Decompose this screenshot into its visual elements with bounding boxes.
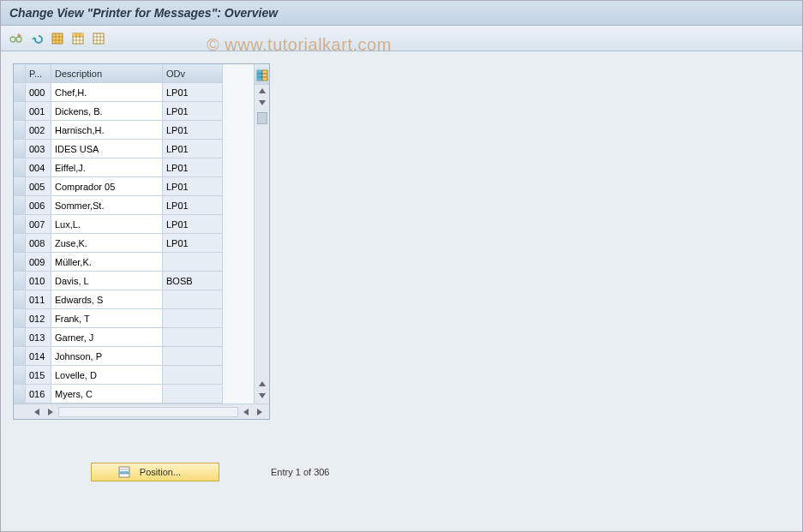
cell-description[interactable]: Zuse,K.	[51, 234, 163, 253]
row-selector[interactable]	[14, 290, 26, 309]
cell-description[interactable]: Edwards, S	[51, 290, 163, 309]
position-button[interactable]: Position...	[91, 463, 219, 481]
scroll-right-icon[interactable]	[45, 406, 57, 418]
row-selector[interactable]	[14, 121, 26, 140]
cell-p[interactable]: 008	[26, 234, 51, 253]
table-row[interactable]: 004Eiffel,J.LP01	[14, 158, 254, 177]
row-selector[interactable]	[14, 309, 26, 328]
table-row[interactable]: 015Lovelle, D	[14, 366, 254, 385]
table-row[interactable]: 007Lux,L.LP01	[14, 215, 254, 234]
display-change-button[interactable]	[8, 30, 25, 47]
cell-odv[interactable]	[163, 328, 223, 347]
cell-description[interactable]: Harnisch,H.	[51, 121, 163, 140]
cell-odv[interactable]: LP01	[163, 196, 223, 215]
cell-odv[interactable]: BOSB	[163, 272, 223, 290]
hscroll-track[interactable]	[58, 407, 238, 417]
scroll-down-icon[interactable]	[256, 97, 268, 109]
table-settings-icon[interactable]	[256, 69, 268, 81]
table-row[interactable]: 006Sommer,St.LP01	[14, 196, 254, 215]
cell-description[interactable]: Lux,L.	[51, 215, 163, 234]
cell-odv[interactable]	[163, 290, 223, 309]
cell-odv[interactable]	[163, 309, 223, 328]
row-selector[interactable]	[14, 253, 26, 272]
row-selector[interactable]	[14, 347, 26, 366]
cell-p[interactable]: 014	[26, 347, 51, 366]
cell-odv[interactable]	[163, 253, 223, 272]
table-row[interactable]: 013Garner, J	[14, 328, 254, 347]
cell-description[interactable]: Chef,H.	[51, 83, 163, 102]
select-all-column-header[interactable]	[14, 64, 26, 83]
cell-p[interactable]: 012	[26, 309, 51, 328]
row-selector[interactable]	[14, 83, 26, 102]
column-header-odv[interactable]: ODv	[163, 64, 223, 83]
table-row[interactable]: 000Chef,H.LP01	[14, 83, 254, 102]
undo-button[interactable]	[28, 30, 45, 47]
cell-p[interactable]: 002	[26, 121, 51, 140]
table-row[interactable]: 002Harnisch,H.LP01	[14, 121, 254, 140]
select-all-button[interactable]	[49, 30, 66, 47]
cell-odv[interactable]: LP01	[163, 234, 223, 253]
cell-odv[interactable]	[163, 366, 223, 385]
scroll-left-icon[interactable]	[31, 406, 43, 418]
cell-p[interactable]: 011	[26, 290, 51, 309]
row-selector[interactable]	[14, 177, 26, 196]
scroll-right-end-icon[interactable]	[254, 406, 266, 418]
cell-description[interactable]: Dickens, B.	[51, 102, 163, 121]
cell-odv[interactable]: LP01	[163, 140, 223, 158]
cell-odv[interactable]: LP01	[163, 158, 223, 177]
scrollbar-thumb[interactable]	[257, 112, 267, 124]
cell-description[interactable]: Frank, T	[51, 309, 163, 328]
cell-p[interactable]: 016	[26, 385, 51, 403]
cell-description[interactable]: Johnson, P	[51, 347, 163, 366]
cell-odv[interactable]	[163, 385, 223, 403]
cell-odv[interactable]: LP01	[163, 215, 223, 234]
cell-p[interactable]: 015	[26, 366, 51, 385]
scroll-down-end-icon[interactable]	[256, 390, 268, 402]
cell-odv[interactable]	[163, 347, 223, 366]
row-selector[interactable]	[14, 196, 26, 215]
table-row[interactable]: 003IDES USALP01	[14, 140, 254, 158]
row-selector[interactable]	[14, 272, 26, 290]
cell-p[interactable]: 001	[26, 102, 51, 121]
cell-p[interactable]: 013	[26, 328, 51, 347]
table-row[interactable]: 011Edwards, S	[14, 290, 254, 309]
cell-p[interactable]: 007	[26, 215, 51, 234]
vertical-scrollbar[interactable]	[254, 64, 269, 403]
cell-description[interactable]: Lovelle, D	[51, 366, 163, 385]
cell-description[interactable]: Sommer,St.	[51, 196, 163, 215]
row-selector[interactable]	[14, 140, 26, 158]
scroll-left-end-icon[interactable]	[240, 406, 252, 418]
cell-description[interactable]: IDES USA	[51, 140, 163, 158]
cell-odv[interactable]: LP01	[163, 83, 223, 102]
deselect-all-button[interactable]	[90, 30, 107, 47]
cell-p[interactable]: 006	[26, 196, 51, 215]
column-header-description[interactable]: Description	[51, 64, 163, 83]
cell-p[interactable]: 005	[26, 177, 51, 196]
scroll-up-end-icon[interactable]	[256, 378, 268, 390]
cell-description[interactable]: Eiffel,J.	[51, 158, 163, 177]
row-selector[interactable]	[14, 385, 26, 403]
cell-description[interactable]: Müller,K.	[51, 253, 163, 272]
table-row[interactable]: 005Comprador 05LP01	[14, 177, 254, 196]
cell-odv[interactable]: LP01	[163, 121, 223, 140]
cell-description[interactable]: Davis, L	[51, 272, 163, 290]
cell-description[interactable]: Comprador 05	[51, 177, 163, 196]
table-row[interactable]: 014Johnson, P	[14, 347, 254, 366]
cell-p[interactable]: 009	[26, 253, 51, 272]
table-row[interactable]: 009Müller,K.	[14, 253, 254, 272]
row-selector[interactable]	[14, 366, 26, 385]
cell-p[interactable]: 010	[26, 272, 51, 290]
cell-description[interactable]: Myers, C	[51, 385, 163, 403]
select-block-button[interactable]	[69, 30, 87, 47]
column-header-p[interactable]: P...	[26, 64, 51, 83]
cell-p[interactable]: 004	[26, 158, 51, 177]
row-selector[interactable]	[14, 215, 26, 234]
table-row[interactable]: 008Zuse,K.LP01	[14, 234, 254, 253]
row-selector[interactable]	[14, 234, 26, 253]
row-selector[interactable]	[14, 158, 26, 177]
cell-odv[interactable]: LP01	[163, 177, 223, 196]
row-selector[interactable]	[14, 102, 26, 121]
table-row[interactable]: 012Frank, T	[14, 309, 254, 328]
row-selector[interactable]	[14, 328, 26, 347]
table-row[interactable]: 001Dickens, B.LP01	[14, 102, 254, 121]
